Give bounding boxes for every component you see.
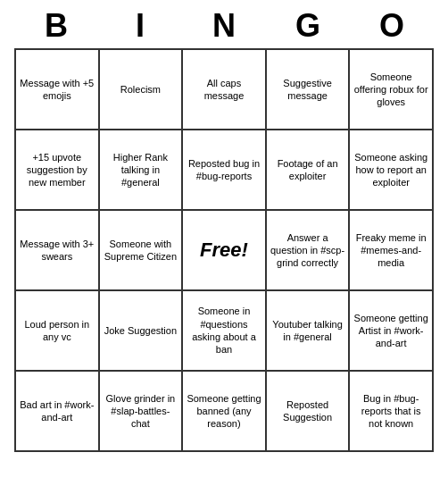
bingo-grid: Message with +5 emojisRolecismAll caps m… xyxy=(14,48,434,452)
bingo-cell: Message with 3+ swears xyxy=(16,211,100,291)
bingo-cell: Joke Suggestion xyxy=(100,291,184,372)
bingo-cell: Bug in #bug-reports that is not known xyxy=(350,372,434,452)
bingo-cell: Bad art in #work-and-art xyxy=(16,372,100,452)
bingo-cell: Higher Rank talking in #general xyxy=(100,130,184,211)
bingo-row: Message with 3+ swearsSomeone with Supre… xyxy=(16,211,434,291)
title-letter: I xyxy=(117,7,163,45)
bingo-row: Loud person in any vcJoke SuggestionSome… xyxy=(16,291,434,372)
bingo-cell: Someone asking how to report an exploite… xyxy=(350,130,434,211)
bingo-cell: Someone with Supreme Citizen xyxy=(100,211,184,291)
bingo-cell: Reposted Suggestion xyxy=(267,372,351,452)
bingo-cell: All caps message xyxy=(183,50,267,130)
bingo-cell: Glove grinder in #slap-battles-chat xyxy=(100,372,184,452)
title-letter: B xyxy=(33,7,79,45)
bingo-cell: Youtuber talking in #general xyxy=(267,291,351,372)
bingo-cell: Suggestive message xyxy=(267,50,351,130)
bingo-cell: Footage of an exploiter xyxy=(267,130,351,211)
bingo-cell: Freaky meme in #memes-and-media xyxy=(350,211,434,291)
bingo-cell: Rolecism xyxy=(100,50,184,130)
bingo-cell: Someone getting banned (any reason) xyxy=(183,372,267,452)
title-letter: G xyxy=(285,7,331,45)
bingo-cell: Someone in #questions asking about a ban xyxy=(183,291,267,372)
bingo-cell: Reposted bug in #bug-reports xyxy=(183,130,267,211)
bingo-cell: Someone offering robux for gloves xyxy=(350,50,434,130)
bingo-title: BINGO xyxy=(14,0,434,48)
bingo-row: Message with +5 emojisRolecismAll caps m… xyxy=(16,50,434,130)
title-letter: N xyxy=(201,7,247,45)
bingo-cell: Loud person in any vc xyxy=(16,291,100,372)
bingo-row: +15 upvote suggestion by new memberHighe… xyxy=(16,130,434,211)
bingo-cell: Free! xyxy=(183,211,267,291)
bingo-cell: Answer a question in #scp-grind correctl… xyxy=(267,211,351,291)
title-letter: O xyxy=(369,7,415,45)
bingo-cell: +15 upvote suggestion by new member xyxy=(16,130,100,211)
bingo-cell: Message with +5 emojis xyxy=(16,50,100,130)
bingo-row: Bad art in #work-and-artGlove grinder in… xyxy=(16,372,434,452)
bingo-cell: Someone getting Artist in #work-and-art xyxy=(350,291,434,372)
